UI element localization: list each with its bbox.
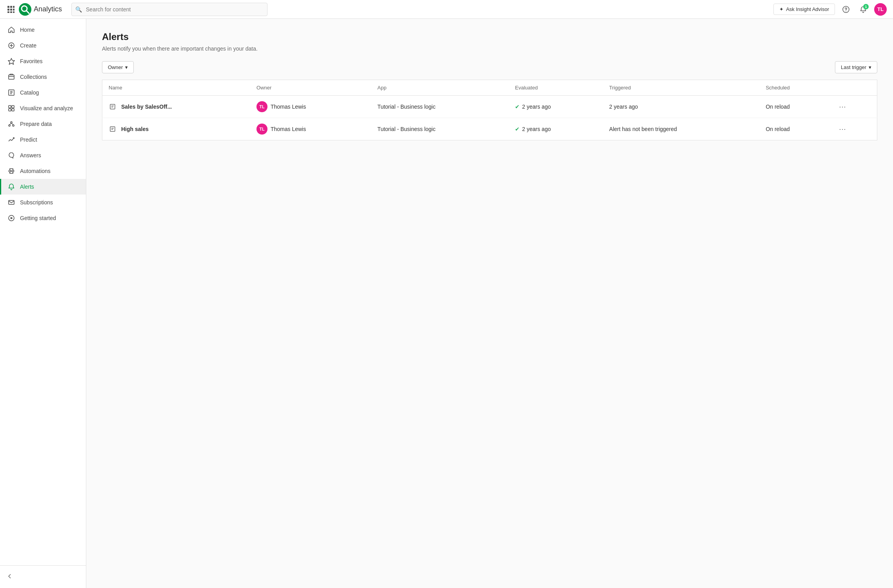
top-bar: Analytics 🔍 ✦ Ask Insight Advisor bbox=[0, 0, 893, 19]
alerts-icon bbox=[7, 183, 15, 191]
owner-avatar: TL bbox=[256, 124, 267, 135]
insight-advisor-button[interactable]: ✦ Ask Insight Advisor bbox=[773, 4, 835, 15]
sidebar-item-visualize[interactable]: Visualize and analyze bbox=[0, 100, 86, 116]
col-triggered: Triggered bbox=[603, 80, 759, 96]
grid-menu-icon[interactable] bbox=[6, 5, 16, 14]
sidebar-item-alerts[interactable]: Alerts bbox=[0, 179, 86, 195]
col-actions bbox=[831, 80, 877, 96]
sidebar-item-create[interactable]: Create bbox=[0, 38, 86, 53]
scheduled-cell: On reload bbox=[759, 96, 831, 118]
evaluated-time: 2 years ago bbox=[522, 104, 551, 110]
sidebar-item-prepare[interactable]: Prepare data bbox=[0, 116, 86, 132]
svg-rect-24 bbox=[9, 106, 11, 108]
sidebar-home-label: Home bbox=[20, 27, 35, 33]
owner-name: Thomas Lewis bbox=[271, 104, 306, 110]
sidebar-item-answers[interactable]: Answers bbox=[0, 147, 86, 163]
page-description: Alerts notify you when there are importa… bbox=[102, 46, 877, 52]
col-evaluated: Evaluated bbox=[509, 80, 603, 96]
last-trigger-sort-button[interactable]: Last trigger ▾ bbox=[835, 61, 877, 73]
alert-row-icon bbox=[109, 125, 116, 133]
sidebar-item-favorites[interactable]: Favorites bbox=[0, 53, 86, 69]
qlik-logo[interactable]: Analytics bbox=[19, 3, 62, 16]
sidebar-prepare-label: Prepare data bbox=[20, 121, 52, 127]
svg-marker-38 bbox=[11, 217, 13, 219]
insight-advisor-icon: ✦ bbox=[779, 6, 784, 12]
svg-point-9 bbox=[19, 3, 31, 16]
page-title: Alerts bbox=[102, 31, 877, 42]
sidebar-item-home[interactable]: Home bbox=[0, 22, 86, 38]
app-cell: Tutorial - Business logic bbox=[371, 96, 509, 118]
svg-point-34 bbox=[12, 170, 14, 172]
col-scheduled: Scheduled bbox=[759, 80, 831, 96]
sidebar-item-catalog[interactable]: Catalog bbox=[0, 85, 86, 100]
col-name: Name bbox=[102, 80, 250, 96]
catalog-icon bbox=[7, 89, 15, 96]
svg-marker-17 bbox=[8, 58, 15, 64]
svg-rect-36 bbox=[9, 200, 14, 204]
sidebar-item-automations[interactable]: Automations bbox=[0, 163, 86, 179]
collapse-sidebar-button[interactable] bbox=[0, 569, 86, 585]
chevron-down-icon: ▾ bbox=[125, 64, 128, 70]
svg-point-30 bbox=[13, 125, 14, 126]
owner-filter-button[interactable]: Owner ▾ bbox=[102, 61, 134, 73]
row-more-options-button[interactable]: ··· bbox=[837, 124, 848, 135]
home-icon bbox=[7, 26, 15, 34]
svg-rect-26 bbox=[9, 109, 11, 111]
sidebar-favorites-label: Favorites bbox=[20, 58, 43, 64]
sidebar-nav: Home Create bbox=[0, 19, 86, 565]
sidebar-item-subscriptions[interactable]: Subscriptions bbox=[0, 195, 86, 210]
notification-badge: 1 bbox=[863, 4, 869, 9]
svg-point-33 bbox=[9, 170, 11, 172]
table-row[interactable]: Sales by SalesOff... TL Thomas Lewis Tut… bbox=[102, 96, 877, 118]
svg-rect-8 bbox=[13, 11, 15, 13]
prepare-icon bbox=[7, 120, 15, 128]
search-icon: 🔍 bbox=[75, 6, 82, 13]
app-cell: Tutorial - Business logic bbox=[371, 118, 509, 140]
getting-started-icon bbox=[7, 214, 15, 222]
sidebar-answers-label: Answers bbox=[20, 152, 41, 158]
svg-rect-7 bbox=[10, 11, 12, 13]
owner-name: Thomas Lewis bbox=[271, 126, 306, 132]
user-avatar[interactable]: TL bbox=[874, 3, 887, 16]
svg-rect-42 bbox=[110, 127, 115, 131]
help-button[interactable] bbox=[840, 3, 852, 16]
sidebar-automations-label: Automations bbox=[20, 168, 51, 174]
sidebar-item-collections[interactable]: Collections bbox=[0, 69, 86, 85]
svg-rect-6 bbox=[7, 11, 9, 13]
search-input[interactable] bbox=[71, 3, 267, 16]
row-more-options-button[interactable]: ··· bbox=[837, 101, 848, 112]
sidebar-bottom bbox=[0, 565, 86, 588]
sidebar-collections-label: Collections bbox=[20, 74, 47, 80]
svg-rect-4 bbox=[10, 9, 12, 11]
main-area: Home Create bbox=[0, 19, 893, 588]
automations-icon bbox=[7, 167, 15, 175]
svg-rect-0 bbox=[7, 6, 9, 8]
sidebar-subscriptions-label: Subscriptions bbox=[20, 199, 53, 206]
search-bar: 🔍 bbox=[71, 3, 267, 16]
alerts-table-body: Sales by SalesOff... TL Thomas Lewis Tut… bbox=[102, 96, 877, 140]
collections-icon bbox=[7, 73, 15, 81]
svg-line-32 bbox=[11, 123, 13, 125]
predict-icon bbox=[7, 136, 15, 144]
svg-point-29 bbox=[9, 125, 10, 126]
notifications-button[interactable]: 1 bbox=[857, 3, 869, 16]
create-icon bbox=[7, 42, 15, 49]
scheduled-cell: On reload bbox=[759, 118, 831, 140]
sidebar-alerts-label: Alerts bbox=[20, 184, 34, 190]
table-row[interactable]: High sales TL Thomas Lewis Tutorial - Bu… bbox=[102, 118, 877, 140]
filter-bar: Owner ▾ Last trigger ▾ bbox=[102, 61, 877, 73]
alert-name: Sales by SalesOff... bbox=[121, 104, 172, 110]
sidebar-create-label: Create bbox=[20, 42, 36, 49]
svg-line-31 bbox=[9, 123, 11, 125]
sidebar-item-getting-started[interactable]: Getting started bbox=[0, 210, 86, 226]
evaluated-check-icon: ✔ bbox=[515, 126, 520, 132]
sidebar-item-predict[interactable]: Predict bbox=[0, 132, 86, 147]
sidebar: Home Create bbox=[0, 19, 86, 588]
triggered-cell: 2 years ago bbox=[603, 96, 759, 118]
col-app: App bbox=[371, 80, 509, 96]
alert-name: High sales bbox=[121, 126, 149, 132]
sidebar-predict-label: Predict bbox=[20, 137, 37, 143]
app-container: Analytics 🔍 ✦ Ask Insight Advisor bbox=[0, 0, 893, 588]
brand-label: Analytics bbox=[34, 5, 62, 13]
svg-rect-27 bbox=[12, 109, 14, 111]
